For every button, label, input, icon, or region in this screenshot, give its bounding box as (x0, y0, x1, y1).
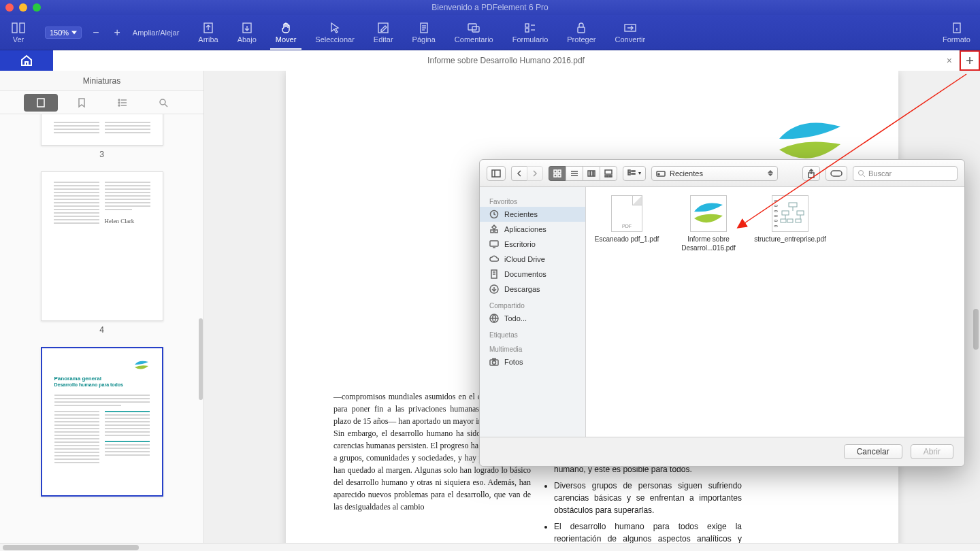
svg-line-59 (863, 175, 865, 177)
sidebar-scrollbar[interactable] (199, 318, 203, 400)
new-tab-button[interactable] (960, 50, 980, 71)
sidebar-toggle-button[interactable] (487, 166, 506, 181)
applications-item[interactable]: Aplicaciones (480, 222, 585, 237)
arriba-tool[interactable]: Arriba (189, 15, 227, 50)
gallery-view-button[interactable] (600, 166, 617, 181)
list-view-button[interactable] (566, 166, 583, 181)
icon-view-button[interactable] (549, 166, 566, 181)
icloud-item[interactable]: iCloud Drive (480, 252, 585, 267)
thumbnails-list[interactable]: 3 Helen Clark 4 Panorama general Desarro… (0, 114, 203, 543)
file-name: structure_entreprise.pdf (754, 235, 826, 244)
page-icon (35, 97, 46, 108)
maximize-window-button[interactable] (33, 3, 41, 12)
share-button[interactable] (802, 166, 820, 181)
outline-tab[interactable] (105, 94, 140, 112)
forward-button[interactable] (527, 166, 543, 181)
svg-rect-46 (605, 170, 612, 174)
thumbnail-page-4[interactable]: Helen Clark (41, 171, 163, 321)
ver-tool[interactable]: Ver (0, 15, 37, 50)
formato-tool[interactable]: Formato (933, 15, 980, 50)
convertir-tool[interactable]: Convertir (605, 15, 655, 50)
mover-tool[interactable]: Mover (266, 15, 306, 50)
editar-tool[interactable]: Editar (364, 15, 403, 50)
thumbnail-page-3[interactable] (41, 114, 163, 146)
dialog-footer: Cancelar Abrir (480, 437, 964, 466)
page-icon (417, 22, 431, 34)
svg-rect-44 (591, 171, 593, 176)
thumb-category: Panorama general (54, 375, 101, 382)
svg-rect-11 (525, 24, 529, 27)
formulario-tool[interactable]: Formulario (503, 15, 558, 50)
document-tab[interactable]: Informe sobre Desarrollo Humano 2016.pdf… (53, 50, 960, 71)
shared-section: Compartido (480, 301, 585, 311)
recents-item[interactable]: Recientes (480, 207, 585, 222)
app-icon (489, 224, 499, 234)
bullet-item: Diversos grupos de personas siguen sufri… (554, 480, 742, 516)
svg-rect-79 (796, 219, 801, 222)
file-grid[interactable]: PDF Escaneado pdf_1.pdf Informe sobre De… (586, 187, 964, 437)
file-item[interactable]: structure_entreprise.pdf (757, 195, 823, 244)
downloads-item[interactable]: Descargas (480, 282, 585, 297)
bullet-item: El desarrollo humano para todos exige la… (554, 520, 742, 543)
bookmarks-tab[interactable] (65, 94, 99, 112)
all-item[interactable]: Todo... (480, 311, 585, 326)
zoom-out-button[interactable]: − (88, 27, 103, 39)
horizontal-scrollbar-track (0, 543, 980, 551)
desktop-icon (489, 239, 499, 249)
photos-item[interactable]: Fotos (480, 354, 585, 369)
zoom-select[interactable]: 150% (45, 27, 82, 39)
svg-rect-10 (472, 27, 479, 32)
open-button[interactable]: Abrir (911, 444, 953, 459)
thumb-5-wrap[interactable]: Panorama general Desarrollo humano para … (41, 347, 163, 497)
svg-rect-37 (558, 170, 561, 173)
media-section: Multimedia (480, 344, 585, 354)
vertical-scrollbar-thumb[interactable] (973, 309, 979, 350)
thumbnails-tab[interactable] (24, 94, 58, 112)
cloud-icon (489, 254, 499, 264)
thumb-4-wrap[interactable]: Helen Clark 4 (41, 171, 163, 335)
file-item[interactable]: PDF Escaneado pdf_1.pdf (594, 195, 659, 244)
svg-rect-45 (593, 171, 595, 176)
zoom-in-button[interactable]: + (110, 27, 124, 39)
favorites-section: Favoritos (480, 197, 585, 207)
horizontal-scrollbar-thumb[interactable] (3, 545, 139, 550)
home-tab[interactable] (0, 50, 53, 71)
path-dropdown[interactable]: Recientes (651, 166, 778, 181)
pagina-tool[interactable]: Página (403, 15, 445, 50)
svg-point-55 (658, 173, 659, 175)
thumbnail-page-5[interactable]: Panorama general Desarrollo humano para … (41, 347, 163, 497)
minimize-window-button[interactable] (19, 3, 27, 12)
thumb-3-wrap[interactable]: 3 (41, 120, 163, 159)
documents-item[interactable]: Documentos (480, 267, 585, 282)
group-button[interactable]: ▾ (623, 166, 646, 181)
desktop-item[interactable]: Escritorio (480, 237, 585, 252)
close-window-button[interactable] (5, 3, 14, 12)
abajo-tool[interactable]: Abajo (228, 15, 266, 50)
svg-point-26 (118, 105, 120, 106)
svg-line-31 (165, 104, 167, 107)
form-icon (523, 22, 537, 34)
close-tab-button[interactable]: × (947, 55, 952, 66)
svg-rect-51 (628, 173, 630, 175)
pdf-file-icon (772, 195, 808, 232)
clock-icon (489, 210, 499, 219)
drive-icon (656, 169, 666, 178)
panels-icon (12, 22, 25, 34)
comentario-tool[interactable]: Comentario (445, 15, 503, 50)
document-canvas[interactable]: surgido nuevos países e cada 4 son jóven… (204, 71, 980, 543)
svg-rect-15 (578, 27, 585, 33)
zoom-group: 150% − + (37, 15, 133, 50)
column-view-button[interactable] (583, 166, 600, 181)
proteger-tool[interactable]: Proteger (557, 15, 605, 50)
seleccionar-tool[interactable]: Seleccionar (306, 15, 363, 50)
file-item[interactable]: Informe sobre Desarrol...016.pdf (676, 195, 741, 252)
back-button[interactable] (511, 166, 527, 181)
cancel-button[interactable]: Cancelar (844, 444, 902, 459)
svg-rect-47 (605, 176, 607, 177)
tags-button[interactable] (826, 166, 847, 181)
search-field[interactable]: Buscar (853, 166, 958, 181)
search-tab[interactable] (146, 94, 180, 112)
home-icon (20, 54, 33, 67)
window-titlebar: Bienvenido a PDFelement 6 Pro (0, 0, 980, 15)
svg-rect-71 (789, 203, 797, 207)
